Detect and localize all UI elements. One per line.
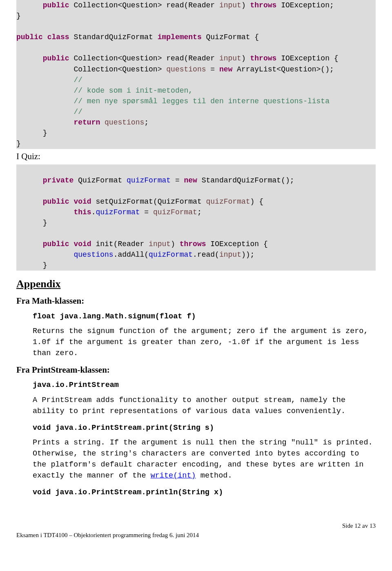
math-description: Returns the signum function of the argum… — [33, 326, 376, 359]
printstream-signature: java.io.PrintStream — [33, 380, 376, 391]
printstream-heading: Fra PrintStream-klassen: — [16, 365, 376, 375]
code-block-quiz: private QuizFormat quizFormat = new Stan… — [16, 164, 376, 271]
print-description: Prints a string. If the argument is null… — [33, 438, 376, 481]
code-block-top: public Collection<Question> read(Reader … — [16, 0, 376, 149]
appendix-heading: Appendix — [16, 278, 376, 290]
math-heading: Fra Math-klassen: — [16, 296, 376, 306]
i-quiz-label: I Quiz: — [16, 151, 376, 162]
print-signature: void java.io.PrintStream.print(String s) — [33, 423, 376, 434]
println-signature: void java.io.PrintStream.println(String … — [33, 487, 376, 498]
write-int-link[interactable]: write(int) — [151, 471, 196, 480]
footer-exam-info: Eksamen i TDT4100 – Objektorientert prog… — [16, 532, 376, 539]
printstream-description: A PrintStream adds functionality to anot… — [33, 395, 376, 417]
math-signature: float java.lang.Math.signum(float f) — [33, 311, 376, 322]
page-number: Side 12 av 13 — [16, 522, 376, 529]
